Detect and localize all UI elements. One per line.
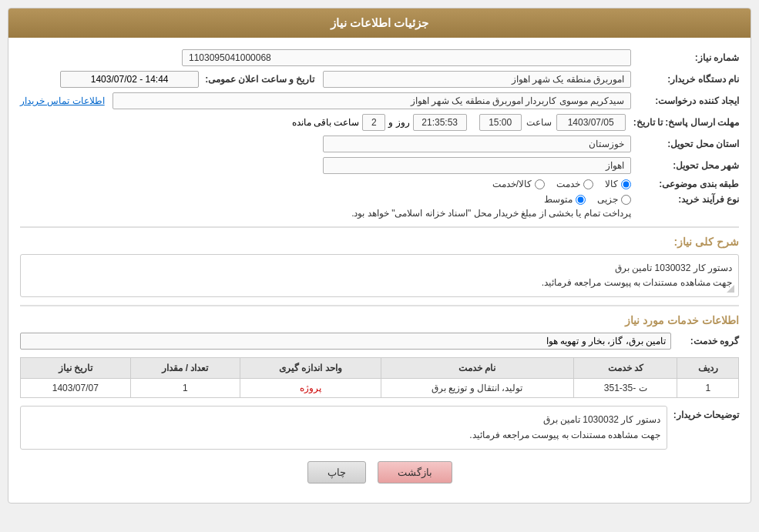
creator-value: سیدکریم موسوی کاربردار اموربرق منطقه یک … (113, 92, 631, 109)
col-date: تاریخ نیاز (21, 358, 131, 379)
buyer-org-label: نام دستگاه خریدار: (639, 74, 739, 85)
need-number-value: 1103095041000068 (182, 49, 631, 66)
print-button[interactable]: چاپ (307, 461, 366, 483)
col-code: کد خدمت (573, 358, 677, 379)
deadline-days: 2 (362, 114, 385, 131)
services-table: ردیف کد خدمت نام خدمت واحد اندازه گیری ت… (20, 357, 739, 398)
cell-name: تولید، انتقال و توزیع برق (381, 379, 573, 398)
deadline-date: 1403/07/05 (556, 114, 626, 131)
cell-unit: پروژه (240, 379, 381, 398)
description-box: دستور کار 1030032 تامین برق جهت مشاهده م… (20, 254, 739, 297)
category-radio-group: کالا خدمت کالا/خدمت (492, 179, 631, 189)
category-label: طبقه بندی موضوعی: (639, 179, 739, 189)
cell-row: 1 (677, 379, 739, 398)
page-title: جزئیات اطلاعات نیاز (8, 8, 751, 38)
deadline-remaining-label: ساعت باقی مانده (292, 117, 360, 128)
buyer-org-value: اموربرق منطقه یک شهر اهواز (323, 71, 632, 88)
buyer-desc-line1: دستور کار 1030032 تامین برق (27, 413, 660, 427)
city-value: اهواز (323, 157, 632, 174)
province-label: استان محل تحویل: (639, 139, 739, 149)
purchase-radio-group: جزیی متوسط (20, 194, 631, 205)
buyer-desc-label: توضیحات خریدار: (673, 406, 739, 420)
deadline-days-label: روز و (388, 117, 409, 128)
description-section-title: شرح کلی نیاز: (20, 236, 739, 248)
col-qty: تعداد / مقدار (130, 358, 240, 379)
description-line2: جهت مشاهده مستندات به پیوست مراجعه فرمائ… (27, 276, 732, 290)
buyer-desc-box: دستور کار 1030032 تامین برق جهت مشاهده م… (20, 406, 667, 449)
back-button[interactable]: بازگشت (378, 461, 452, 483)
purchase-text: پرداخت تمام یا بخشی از مبلغ خریدار محل "… (20, 208, 631, 219)
col-unit: واحد اندازه گیری (240, 358, 381, 379)
purchase-option-motevaset[interactable]: متوسط (544, 194, 586, 205)
cell-code: ت -35-351 (573, 379, 677, 398)
description-line1: دستور کار 1030032 تامین برق (27, 261, 732, 276)
category-option-kala-khedmat[interactable]: کالا/خدمت (492, 179, 545, 189)
deadline-remaining: 21:35:53 (413, 114, 467, 131)
announce-label: تاریخ و ساعت اعلان عمومی: (205, 74, 314, 85)
announce-value: 1403/07/02 - 14:44 (60, 71, 199, 88)
service-group-label: گروه خدمت: (677, 336, 739, 346)
col-row: ردیف (677, 358, 739, 379)
purchase-label: نوع فرآیند خرید: (639, 194, 739, 205)
purchase-option-jozi[interactable]: جزیی (597, 194, 631, 205)
deadline-time-label: ساعت (526, 117, 552, 128)
creator-contact-link[interactable]: اطلاعات تماس خریدار (20, 95, 105, 106)
table-row: 1ت -35-351تولید، انتقال و توزیع برقپروژه… (21, 379, 739, 398)
category-option-khedmat[interactable]: خدمت (556, 179, 593, 189)
deadline-time: 15:00 (479, 114, 522, 131)
category-option-kala[interactable]: کالا (605, 179, 631, 189)
services-section-title: اطلاعات خدمات مورد نیاز (20, 314, 739, 326)
service-group-value: تامین برق، گاز، بخار و تهویه هوا (20, 333, 671, 350)
need-number-label: شماره نیاز: (639, 52, 739, 63)
deadline-label: مهلت ارسال پاسخ: تا تاریخ: (633, 117, 739, 128)
cell-date: 1403/07/07 (21, 379, 131, 398)
col-name: نام خدمت (381, 358, 573, 379)
creator-label: ایجاد کننده درخواست: (639, 95, 739, 106)
city-label: شهر محل تحویل: (639, 160, 739, 171)
cell-quantity: 1 (130, 379, 240, 398)
province-value: خوزستان (323, 136, 632, 152)
buyer-desc-line2: جهت مشاهده مستندات به پیوست مراجعه فرمائ… (27, 428, 660, 443)
